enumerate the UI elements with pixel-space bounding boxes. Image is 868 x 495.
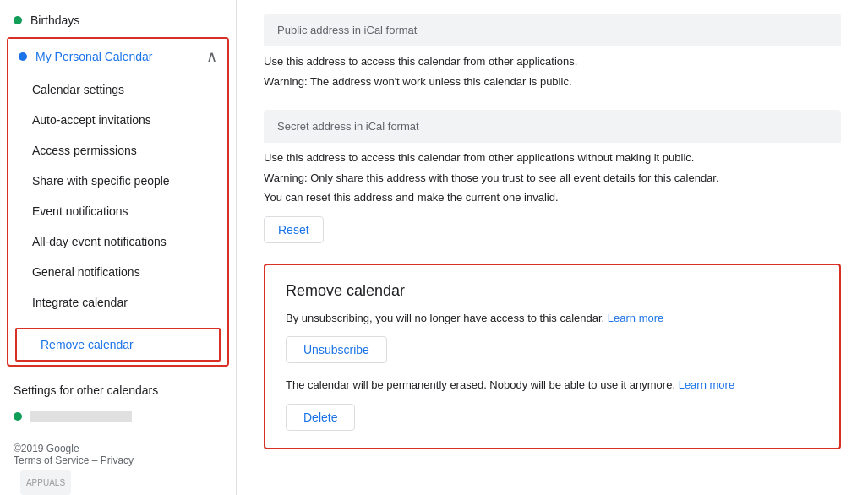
unsubscribe-button[interactable]: Unsubscribe <box>286 336 387 363</box>
public-address-label: Public address in iCal format <box>264 14 841 46</box>
sidebar-item-access-permissions[interactable]: Access permissions <box>8 135 227 166</box>
secret-address-section: Secret address in iCal format Use this a… <box>264 110 841 243</box>
sidebar-item-calendar-settings[interactable]: Calendar settings <box>8 74 227 105</box>
secret-warning-2: You can reset this address and make the … <box>264 189 841 206</box>
sidebar-item-allday-notifications[interactable]: All-day event notifications <box>8 226 227 257</box>
public-address-section: Public address in iCal format Use this a… <box>264 14 841 90</box>
calendar-dot <box>19 52 27 61</box>
access-permissions-label: Access permissions <box>32 144 137 157</box>
sidebar-item-event-notifications[interactable]: Event notifications <box>8 196 227 226</box>
other-calendars-title: Settings for other calendars <box>14 383 158 397</box>
integrate-calendar-label: Integrate calendar <box>32 296 128 309</box>
delete-info: The calendar will be permanently erased.… <box>286 377 819 394</box>
remove-calendar-label: Remove calendar <box>41 338 134 351</box>
other-cal-bar <box>30 411 132 422</box>
calendar-header-left: My Personal Calendar <box>19 50 153 63</box>
main-content: Public address in iCal format Use this a… <box>237 0 868 495</box>
privacy-link[interactable]: Privacy <box>101 454 134 466</box>
sidebar-item-birthdays[interactable]: Birthdays <box>0 7 236 34</box>
birthdays-dot <box>14 16 22 24</box>
sidebar: Birthdays My Personal Calendar ∧ Calenda… <box>0 0 237 495</box>
remove-calendar-box: Remove calendar By unsubscribing, you wi… <box>264 264 841 449</box>
watermark: APPUALS <box>14 470 222 495</box>
sidebar-item-integrate-calendar[interactable]: Integrate calendar <box>8 287 227 318</box>
calendar-header[interactable]: My Personal Calendar ∧ <box>8 39 227 74</box>
footer-links: Terms of Service – Privacy <box>14 454 222 466</box>
unsubscribe-info: By unsubscribing, you will no longer hav… <box>286 310 819 327</box>
other-cal-item <box>0 404 236 429</box>
unsubscribe-learn-more-link[interactable]: Learn more <box>608 312 663 324</box>
secret-info-1: Use this address to access this calendar… <box>264 150 841 166</box>
general-notifications-label: General notifications <box>32 265 140 279</box>
delete-button[interactable]: Delete <box>286 404 355 431</box>
sidebar-item-remove-calendar[interactable]: Remove calendar <box>15 328 221 362</box>
sidebar-item-general-notifications[interactable]: General notifications <box>8 257 227 287</box>
auto-accept-label: Auto-accept invitations <box>32 113 151 127</box>
watermark-logo: APPUALS <box>20 470 71 495</box>
other-cal-dot <box>14 412 22 421</box>
other-calendars-header: Settings for other calendars <box>0 370 236 404</box>
public-info-1: Use this address to access this calendar… <box>264 53 841 70</box>
sidebar-item-share-people[interactable]: Share with specific people <box>8 166 227 196</box>
calendar-name: My Personal Calendar <box>35 50 153 63</box>
calendar-settings-label: Calendar settings <box>32 83 124 96</box>
sidebar-item-auto-accept[interactable]: Auto-accept invitations <box>8 105 227 135</box>
footer-dash: – <box>92 454 101 466</box>
event-notifications-label: Event notifications <box>32 204 128 218</box>
birthdays-label: Birthdays <box>30 14 79 27</box>
sidebar-submenu: Calendar settings Auto-accept invitation… <box>8 74 227 324</box>
copyright: ©2019 Google <box>14 443 222 454</box>
public-warning: Warning: The address won't work unless t… <box>264 73 841 90</box>
remove-calendar-title: Remove calendar <box>286 282 819 300</box>
delete-learn-more-link[interactable]: Learn more <box>679 378 734 391</box>
secret-address-label: Secret address in iCal format <box>264 110 841 143</box>
reset-button[interactable]: Reset <box>264 216 324 243</box>
calendar-group: My Personal Calendar ∧ Calendar settings… <box>7 37 229 367</box>
allday-notifications-label: All-day event notifications <box>32 235 167 248</box>
secret-warning-1: Warning: Only share this address with th… <box>264 170 841 187</box>
chevron-up-icon: ∧ <box>206 47 217 66</box>
footer: ©2019 Google Terms of Service – Privacy … <box>0 429 236 495</box>
share-people-label: Share with specific people <box>32 174 170 188</box>
terms-link[interactable]: Terms of Service <box>14 454 89 466</box>
